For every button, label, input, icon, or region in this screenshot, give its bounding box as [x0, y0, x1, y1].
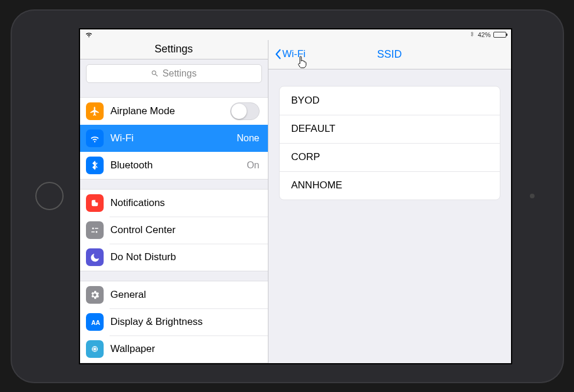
svg-point-4	[95, 231, 97, 232]
sidebar-item-value: On	[247, 160, 259, 171]
sidebar-item-display-brightness[interactable]: AA Display & Brightness	[80, 308, 268, 335]
control-center-icon	[86, 221, 104, 239]
wallpaper-icon	[86, 340, 104, 358]
sidebar-item-label: Wi-Fi	[111, 132, 237, 144]
airplane-toggle[interactable]	[230, 102, 260, 120]
ssid-label: BYOD	[291, 95, 320, 107]
battery-percentage: 42%	[477, 31, 490, 38]
back-button-label: Wi-Fi	[283, 48, 306, 60]
home-button[interactable]	[35, 182, 64, 210]
sidebar-item-label: Do Not Disturb	[111, 251, 260, 263]
bluetooth-status-icon	[469, 31, 475, 39]
front-camera	[530, 194, 535, 198]
notifications-icon	[86, 194, 104, 212]
search-icon	[151, 69, 159, 78]
sidebar-item-wifi[interactable]: Wi-Fi None	[80, 125, 268, 152]
sidebar-item-bluetooth[interactable]: Bluetooth On	[80, 152, 268, 179]
sidebar-item-wallpaper[interactable]: Wallpaper	[80, 335, 268, 363]
chevron-left-icon	[274, 49, 281, 59]
settings-group-notifications: Notifications Control Center Do Not Dist…	[80, 189, 268, 271]
svg-rect-5	[91, 231, 95, 232]
ssid-group: BYOD DEFAULT CORP ANNHOME	[279, 86, 500, 200]
sidebar-item-notifications[interactable]: Notifications	[80, 190, 268, 217]
ssid-row[interactable]: CORP	[280, 143, 500, 171]
settings-group-general: General AA Display & Brightness Wallpape…	[80, 281, 268, 363]
sidebar-item-airplane-mode[interactable]: Airplane Mode	[80, 98, 268, 125]
sidebar-item-do-not-disturb[interactable]: Do Not Disturb	[80, 244, 268, 271]
battery-icon	[493, 32, 506, 38]
detail-pane: Wi-Fi SSID BYOD DEFAULT	[268, 40, 511, 363]
search-input[interactable]: Settings	[86, 64, 262, 83]
sidebar-item-label: Display & Brightness	[111, 316, 260, 328]
svg-point-1	[95, 199, 98, 202]
gear-icon	[86, 286, 104, 304]
sidebar-item-label: General	[111, 289, 260, 301]
ssid-label: CORP	[291, 151, 320, 163]
display-icon: AA	[86, 313, 104, 331]
status-bar: 42%	[80, 29, 511, 40]
ssid-label: ANNHOME	[291, 180, 343, 191]
airplane-icon	[86, 102, 104, 120]
sidebar-item-value: None	[237, 133, 259, 144]
search-placeholder: Settings	[162, 68, 197, 79]
ssid-row[interactable]: BYOD	[280, 87, 500, 115]
sidebar-item-control-center[interactable]: Control Center	[80, 217, 268, 244]
screen: 42% Settings Settings	[79, 28, 512, 364]
tablet-frame: 42% Settings Settings	[11, 9, 564, 383]
sidebar-item-label: Control Center	[111, 224, 260, 236]
sidebar-item-label: Notifications	[111, 197, 260, 209]
wifi-icon	[86, 129, 104, 147]
svg-rect-3	[95, 228, 98, 229]
ssid-label: DEFAULT	[291, 123, 336, 135]
wifi-status-icon	[85, 30, 93, 39]
bluetooth-icon	[86, 157, 104, 174]
back-button[interactable]: Wi-Fi	[274, 48, 306, 60]
svg-point-2	[92, 227, 94, 229]
settings-group-connectivity: Airplane Mode Wi-Fi None	[80, 97, 268, 180]
svg-text:AA: AA	[91, 318, 100, 325]
detail-title: SSID	[377, 48, 402, 61]
ssid-row[interactable]: DEFAULT	[280, 115, 500, 143]
detail-header: Wi-Fi SSID	[268, 40, 511, 69]
sidebar-item-label: Wallpaper	[111, 343, 260, 355]
sidebar-item-label: Airplane Mode	[111, 105, 230, 117]
settings-title: Settings	[80, 40, 268, 59]
sidebar-item-general[interactable]: General	[80, 281, 268, 308]
sidebar-item-label: Bluetooth	[111, 160, 247, 171]
settings-sidebar: Settings Settings Airplane Mode	[80, 40, 268, 363]
moon-icon	[86, 248, 104, 266]
ssid-row[interactable]: ANNHOME	[280, 171, 500, 200]
svg-point-8	[94, 348, 95, 350]
